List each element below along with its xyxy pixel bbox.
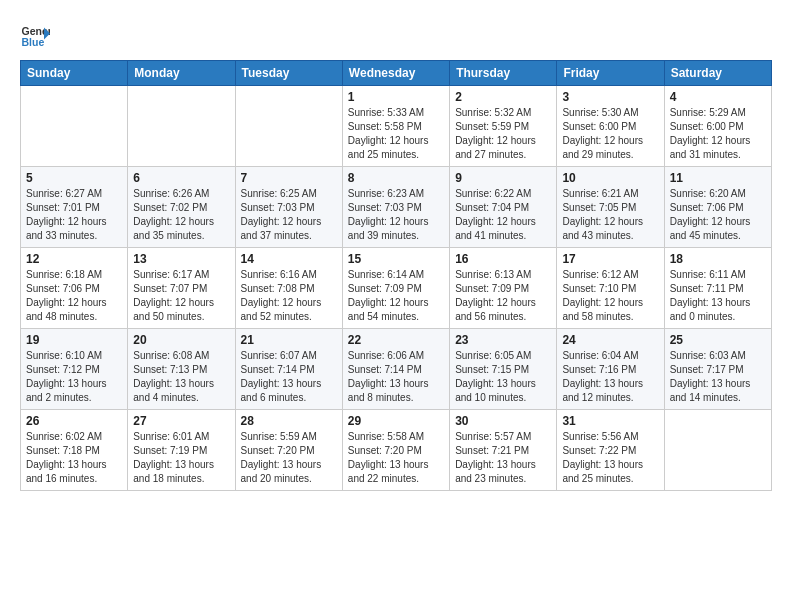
calendar-cell: 9 Sunrise: 6:22 AM Sunset: 7:04 PM Dayli… bbox=[450, 167, 557, 248]
day-info: Sunrise: 5:57 AM Sunset: 7:21 PM Dayligh… bbox=[455, 430, 551, 486]
sunrise-text: Sunrise: 6:11 AM bbox=[670, 269, 746, 280]
day-number: 21 bbox=[241, 333, 337, 347]
day-number: 5 bbox=[26, 171, 122, 185]
sunrise-text: Sunrise: 5:30 AM bbox=[562, 107, 638, 118]
sunset-text: Sunset: 7:03 PM bbox=[241, 202, 315, 213]
daylight-text: Daylight: 13 hours and 6 minutes. bbox=[241, 378, 322, 403]
calendar-cell: 12 Sunrise: 6:18 AM Sunset: 7:06 PM Dayl… bbox=[21, 248, 128, 329]
day-info: Sunrise: 6:08 AM Sunset: 7:13 PM Dayligh… bbox=[133, 349, 229, 405]
calendar-cell: 29 Sunrise: 5:58 AM Sunset: 7:20 PM Dayl… bbox=[342, 410, 449, 491]
day-info: Sunrise: 5:59 AM Sunset: 7:20 PM Dayligh… bbox=[241, 430, 337, 486]
sunset-text: Sunset: 7:16 PM bbox=[562, 364, 636, 375]
day-number: 16 bbox=[455, 252, 551, 266]
day-number: 12 bbox=[26, 252, 122, 266]
day-info: Sunrise: 5:29 AM Sunset: 6:00 PM Dayligh… bbox=[670, 106, 766, 162]
day-number: 1 bbox=[348, 90, 444, 104]
sunrise-text: Sunrise: 6:10 AM bbox=[26, 350, 102, 361]
calendar-cell: 28 Sunrise: 5:59 AM Sunset: 7:20 PM Dayl… bbox=[235, 410, 342, 491]
day-number: 4 bbox=[670, 90, 766, 104]
day-number: 31 bbox=[562, 414, 658, 428]
daylight-text: Daylight: 12 hours and 35 minutes. bbox=[133, 216, 214, 241]
sunrise-text: Sunrise: 6:23 AM bbox=[348, 188, 424, 199]
day-info: Sunrise: 6:21 AM Sunset: 7:05 PM Dayligh… bbox=[562, 187, 658, 243]
sunset-text: Sunset: 7:20 PM bbox=[348, 445, 422, 456]
weekday-header-monday: Monday bbox=[128, 61, 235, 86]
daylight-text: Daylight: 12 hours and 58 minutes. bbox=[562, 297, 643, 322]
day-info: Sunrise: 6:22 AM Sunset: 7:04 PM Dayligh… bbox=[455, 187, 551, 243]
day-number: 22 bbox=[348, 333, 444, 347]
sunset-text: Sunset: 7:03 PM bbox=[348, 202, 422, 213]
calendar-cell: 10 Sunrise: 6:21 AM Sunset: 7:05 PM Dayl… bbox=[557, 167, 664, 248]
daylight-text: Daylight: 12 hours and 37 minutes. bbox=[241, 216, 322, 241]
sunset-text: Sunset: 7:13 PM bbox=[133, 364, 207, 375]
day-info: Sunrise: 6:27 AM Sunset: 7:01 PM Dayligh… bbox=[26, 187, 122, 243]
day-info: Sunrise: 6:10 AM Sunset: 7:12 PM Dayligh… bbox=[26, 349, 122, 405]
day-number: 8 bbox=[348, 171, 444, 185]
sunset-text: Sunset: 7:18 PM bbox=[26, 445, 100, 456]
day-number: 11 bbox=[670, 171, 766, 185]
day-number: 30 bbox=[455, 414, 551, 428]
sunrise-text: Sunrise: 6:18 AM bbox=[26, 269, 102, 280]
day-info: Sunrise: 6:17 AM Sunset: 7:07 PM Dayligh… bbox=[133, 268, 229, 324]
sunrise-text: Sunrise: 6:04 AM bbox=[562, 350, 638, 361]
svg-text:Blue: Blue bbox=[22, 36, 45, 48]
calendar-cell: 17 Sunrise: 6:12 AM Sunset: 7:10 PM Dayl… bbox=[557, 248, 664, 329]
daylight-text: Daylight: 12 hours and 50 minutes. bbox=[133, 297, 214, 322]
calendar-cell bbox=[664, 410, 771, 491]
day-info: Sunrise: 5:33 AM Sunset: 5:58 PM Dayligh… bbox=[348, 106, 444, 162]
sunset-text: Sunset: 7:04 PM bbox=[455, 202, 529, 213]
sunrise-text: Sunrise: 6:16 AM bbox=[241, 269, 317, 280]
sunset-text: Sunset: 7:05 PM bbox=[562, 202, 636, 213]
day-number: 9 bbox=[455, 171, 551, 185]
day-info: Sunrise: 6:26 AM Sunset: 7:02 PM Dayligh… bbox=[133, 187, 229, 243]
week-row-5: 26 Sunrise: 6:02 AM Sunset: 7:18 PM Dayl… bbox=[21, 410, 772, 491]
sunset-text: Sunset: 5:58 PM bbox=[348, 121, 422, 132]
daylight-text: Daylight: 12 hours and 54 minutes. bbox=[348, 297, 429, 322]
sunrise-text: Sunrise: 5:32 AM bbox=[455, 107, 531, 118]
day-number: 25 bbox=[670, 333, 766, 347]
calendar-cell: 8 Sunrise: 6:23 AM Sunset: 7:03 PM Dayli… bbox=[342, 167, 449, 248]
calendar-cell: 5 Sunrise: 6:27 AM Sunset: 7:01 PM Dayli… bbox=[21, 167, 128, 248]
calendar-cell: 21 Sunrise: 6:07 AM Sunset: 7:14 PM Dayl… bbox=[235, 329, 342, 410]
day-info: Sunrise: 6:11 AM Sunset: 7:11 PM Dayligh… bbox=[670, 268, 766, 324]
day-number: 23 bbox=[455, 333, 551, 347]
daylight-text: Daylight: 13 hours and 18 minutes. bbox=[133, 459, 214, 484]
calendar-cell: 19 Sunrise: 6:10 AM Sunset: 7:12 PM Dayl… bbox=[21, 329, 128, 410]
daylight-text: Daylight: 13 hours and 23 minutes. bbox=[455, 459, 536, 484]
day-number: 3 bbox=[562, 90, 658, 104]
calendar-cell: 30 Sunrise: 5:57 AM Sunset: 7:21 PM Dayl… bbox=[450, 410, 557, 491]
sunrise-text: Sunrise: 6:22 AM bbox=[455, 188, 531, 199]
daylight-text: Daylight: 13 hours and 22 minutes. bbox=[348, 459, 429, 484]
daylight-text: Daylight: 13 hours and 12 minutes. bbox=[562, 378, 643, 403]
sunset-text: Sunset: 7:06 PM bbox=[26, 283, 100, 294]
sunrise-text: Sunrise: 6:26 AM bbox=[133, 188, 209, 199]
calendar-cell bbox=[128, 86, 235, 167]
daylight-text: Daylight: 12 hours and 25 minutes. bbox=[348, 135, 429, 160]
day-info: Sunrise: 5:56 AM Sunset: 7:22 PM Dayligh… bbox=[562, 430, 658, 486]
calendar-cell: 25 Sunrise: 6:03 AM Sunset: 7:17 PM Dayl… bbox=[664, 329, 771, 410]
sunrise-text: Sunrise: 6:01 AM bbox=[133, 431, 209, 442]
day-info: Sunrise: 6:01 AM Sunset: 7:19 PM Dayligh… bbox=[133, 430, 229, 486]
calendar-body: 1 Sunrise: 5:33 AM Sunset: 5:58 PM Dayli… bbox=[21, 86, 772, 491]
day-info: Sunrise: 5:30 AM Sunset: 6:00 PM Dayligh… bbox=[562, 106, 658, 162]
sunrise-text: Sunrise: 6:13 AM bbox=[455, 269, 531, 280]
daylight-text: Daylight: 13 hours and 8 minutes. bbox=[348, 378, 429, 403]
day-info: Sunrise: 6:20 AM Sunset: 7:06 PM Dayligh… bbox=[670, 187, 766, 243]
day-info: Sunrise: 6:16 AM Sunset: 7:08 PM Dayligh… bbox=[241, 268, 337, 324]
day-info: Sunrise: 6:25 AM Sunset: 7:03 PM Dayligh… bbox=[241, 187, 337, 243]
sunset-text: Sunset: 7:01 PM bbox=[26, 202, 100, 213]
daylight-text: Daylight: 12 hours and 31 minutes. bbox=[670, 135, 751, 160]
sunrise-text: Sunrise: 5:33 AM bbox=[348, 107, 424, 118]
day-number: 29 bbox=[348, 414, 444, 428]
sunset-text: Sunset: 7:17 PM bbox=[670, 364, 744, 375]
sunset-text: Sunset: 5:59 PM bbox=[455, 121, 529, 132]
sunrise-text: Sunrise: 6:17 AM bbox=[133, 269, 209, 280]
calendar-cell: 31 Sunrise: 5:56 AM Sunset: 7:22 PM Dayl… bbox=[557, 410, 664, 491]
sunset-text: Sunset: 7:10 PM bbox=[562, 283, 636, 294]
sunrise-text: Sunrise: 5:58 AM bbox=[348, 431, 424, 442]
sunset-text: Sunset: 7:09 PM bbox=[455, 283, 529, 294]
sunset-text: Sunset: 7:11 PM bbox=[670, 283, 744, 294]
day-info: Sunrise: 6:05 AM Sunset: 7:15 PM Dayligh… bbox=[455, 349, 551, 405]
sunrise-text: Sunrise: 6:14 AM bbox=[348, 269, 424, 280]
daylight-text: Daylight: 13 hours and 16 minutes. bbox=[26, 459, 107, 484]
